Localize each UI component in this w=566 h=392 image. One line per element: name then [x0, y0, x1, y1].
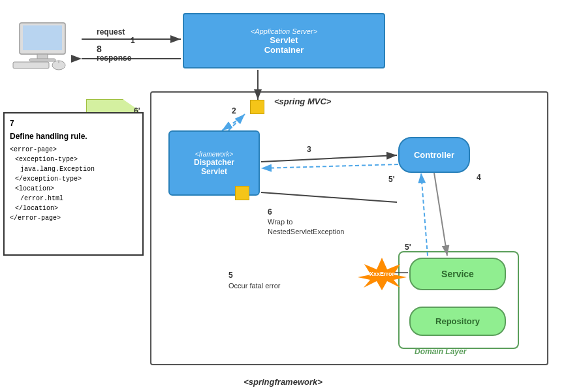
step-5-number: 5	[228, 271, 233, 280]
repository-box: Repository	[409, 307, 506, 336]
diagram-container: request 1 response 8 <Application Server…	[0, 0, 566, 392]
svg-rect-18	[29, 59, 55, 61]
response-number: 8	[97, 44, 102, 54]
controller-box: Controller	[398, 137, 470, 173]
controller-label: Controller	[414, 150, 454, 160]
servlet-container-sub: Container	[264, 45, 304, 55]
springframework-label: <springframework>	[244, 377, 322, 387]
step-5-text: Occur fatal error	[228, 282, 280, 290]
svg-rect-16	[23, 25, 62, 50]
step-6prime-label: 6'	[134, 106, 140, 115]
error-page-step-number: 7	[10, 119, 137, 128]
error-page-title: Define handling rule.	[10, 132, 137, 141]
request-label: request	[97, 27, 125, 37]
computer-illustration	[7, 20, 78, 72]
service-box: Service	[409, 258, 506, 290]
repository-label: Repository	[435, 316, 480, 326]
step-4-label: 4	[477, 173, 481, 182]
dispatcher-sub: Servlet	[201, 167, 227, 176]
response-label: response	[97, 53, 131, 63]
error-page-code: <error-page> <exception-type> java.lang.…	[10, 145, 137, 223]
yellow-connector-bottom	[235, 186, 249, 200]
step-2-label: 2	[232, 106, 236, 115]
step-5a-label: 5'	[388, 175, 395, 184]
xxx-error-burst: XxxError	[358, 258, 407, 290]
svg-text:XxxError: XxxError	[369, 271, 395, 277]
dispatcher-main: Dispatcher	[194, 158, 234, 167]
step-5b-label: 5'	[405, 243, 411, 252]
step-6-text: Wrap toNestedServletException	[268, 217, 344, 237]
svg-rect-19	[13, 62, 49, 68]
servlet-container-main: Servlet	[270, 35, 298, 45]
servlet-container-box: <Application Server> Servlet Container	[183, 13, 385, 68]
yellow-connector-top	[250, 100, 264, 114]
step-6-label: 6	[268, 207, 272, 217]
spring-mvc-label: <spring MVC>	[274, 97, 331, 106]
service-label: Service	[441, 269, 474, 279]
error-page-box: 7 Define handling rule. <error-page> <ex…	[3, 112, 144, 256]
servlet-container-stereotype: <Application Server>	[251, 27, 317, 35]
dispatcher-stereotype: <framework>	[195, 151, 233, 158]
request-number: 1	[131, 36, 135, 45]
domain-layer-label: Domain Layer	[415, 347, 466, 356]
step-3-label: 3	[307, 145, 311, 154]
